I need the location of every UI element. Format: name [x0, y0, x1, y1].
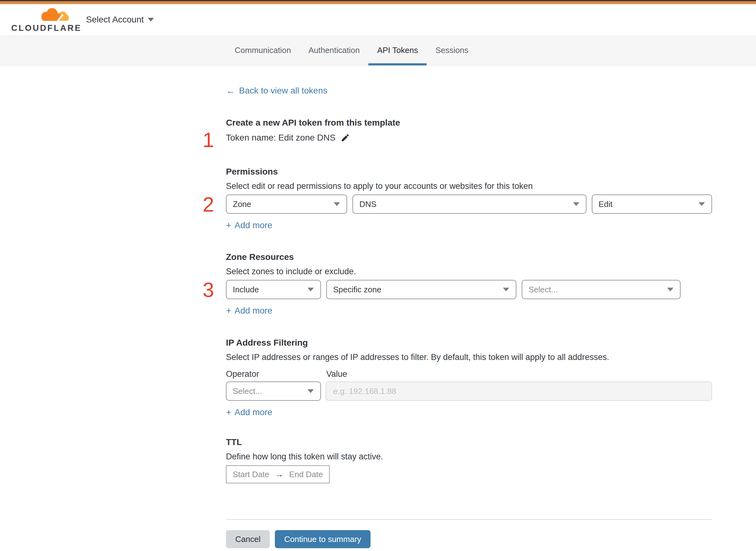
tab-authentication[interactable]: Authentication: [300, 36, 368, 65]
ip-value-input[interactable]: [326, 382, 712, 401]
ttl-description: Define how long this token will stay act…: [226, 452, 712, 462]
chevron-down-icon: [333, 202, 340, 206]
ip-filtering-title: IP Address Filtering: [226, 338, 712, 348]
section-permissions: 2 Permissions Select edit or read permis…: [226, 167, 712, 230]
start-date-placeholder: Start Date: [233, 470, 269, 479]
step-marker-2: 2: [202, 195, 214, 214]
chevron-down-icon: [573, 202, 580, 206]
step-marker-3: 3: [202, 280, 214, 300]
zone-type-select[interactable]: Specific zone: [326, 280, 516, 299]
permissions-title: Permissions: [226, 167, 712, 177]
tab-api-tokens[interactable]: API Tokens: [368, 36, 427, 65]
permissions-description: Select edit or read permissions to apply…: [226, 181, 712, 191]
tab-bar: Communication Authentication API Tokens …: [0, 35, 756, 65]
zone-name-select[interactable]: Select...: [522, 280, 681, 299]
ip-operator-placeholder: Select...: [233, 387, 262, 396]
ip-filtering-description: Select IP addresses or ranges of IP addr…: [226, 353, 712, 362]
cancel-button[interactable]: Cancel: [226, 530, 270, 548]
zone-name-placeholder: Select...: [529, 285, 558, 295]
cloudflare-logo-text: CLOUDFLARE: [11, 23, 82, 33]
end-date-placeholder: End Date: [289, 470, 323, 479]
app-header: CLOUDFLARE Select Account: [0, 4, 756, 35]
account-selector-label: Select Account: [86, 15, 144, 25]
brand-accent-bar: [0, 1, 756, 4]
section-token-name: 1 Create a new API token from this templ…: [226, 118, 712, 143]
token-name-text: Token name: Edit zone DNS: [226, 133, 335, 143]
chevron-down-icon: [307, 288, 314, 292]
add-more-label: Add more: [235, 407, 272, 417]
add-more-label: Add more: [235, 220, 272, 230]
value-label: Value: [326, 369, 347, 379]
section-ip-filtering: IP Address Filtering Select IP addresses…: [226, 338, 712, 418]
plus-icon: +: [226, 407, 231, 418]
permission-scope-value: Zone: [233, 199, 251, 209]
token-form: ← Back to view all tokens 1 Create a new…: [226, 65, 712, 548]
ip-filtering-add-more-link[interactable]: + Add more: [226, 407, 272, 418]
ttl-date-range-picker[interactable]: Start Date → End Date: [226, 465, 330, 483]
zone-resources-description: Select zones to include or exclude.: [226, 267, 712, 277]
section-title-create-token: Create a new API token from this templat…: [226, 118, 712, 128]
footer-actions: Cancel Continue to summary: [226, 530, 712, 548]
zone-resources-title: Zone Resources: [226, 252, 712, 262]
plus-icon: +: [226, 306, 231, 316]
zone-resources-add-more-link[interactable]: + Add more: [226, 306, 272, 316]
continue-to-summary-button[interactable]: Continue to summary: [275, 530, 370, 548]
permission-resource-select[interactable]: DNS: [352, 194, 586, 214]
zone-include-select[interactable]: Include: [226, 280, 321, 299]
right-arrow-icon: →: [275, 469, 283, 479]
chevron-down-icon: [698, 202, 705, 206]
chevron-down-icon: [667, 288, 674, 292]
plus-icon: +: [226, 220, 231, 230]
tab-label: Communication: [235, 45, 291, 55]
ip-operator-select[interactable]: Select...: [226, 382, 321, 401]
ttl-title: TTL: [226, 437, 712, 447]
zone-include-value: Include: [233, 285, 259, 295]
permission-scope-select[interactable]: Zone: [226, 194, 347, 214]
edit-pencil-icon[interactable]: [340, 133, 350, 142]
footer-divider: [226, 519, 712, 520]
chevron-down-icon: [503, 288, 510, 292]
section-ttl: TTL Define how long this token will stay…: [226, 437, 712, 483]
add-more-label: Add more: [235, 306, 272, 316]
back-link-label: Back to view all tokens: [239, 86, 327, 96]
permissions-add-more-link[interactable]: + Add more: [226, 220, 272, 230]
tab-communication[interactable]: Communication: [226, 36, 300, 65]
tab-label: Authentication: [308, 45, 360, 55]
zone-type-value: Specific zone: [333, 285, 382, 295]
account-selector[interactable]: Select Account: [86, 15, 154, 25]
step-marker-1: 1: [202, 130, 214, 150]
back-arrow-icon: ←: [226, 85, 235, 96]
tab-label: API Tokens: [377, 45, 418, 55]
cloudflare-api-token-page: CLOUDFLARE Select Account Communication …: [0, 0, 756, 548]
chevron-down-icon: [307, 389, 314, 393]
cloudflare-logo[interactable]: CLOUDFLARE: [11, 7, 68, 33]
tab-sessions[interactable]: Sessions: [427, 36, 477, 65]
permission-resource-value: DNS: [359, 199, 376, 209]
permission-level-value: Edit: [599, 199, 613, 209]
section-zone-resources: 3 Zone Resources Select zones to include…: [226, 252, 712, 316]
chevron-down-icon: [147, 17, 154, 22]
cloudflare-cloud-icon: [38, 7, 69, 23]
back-link[interactable]: ← Back to view all tokens: [226, 85, 327, 96]
tab-label: Sessions: [435, 45, 468, 55]
operator-label: Operator: [226, 369, 326, 379]
permission-level-select[interactable]: Edit: [592, 194, 712, 214]
